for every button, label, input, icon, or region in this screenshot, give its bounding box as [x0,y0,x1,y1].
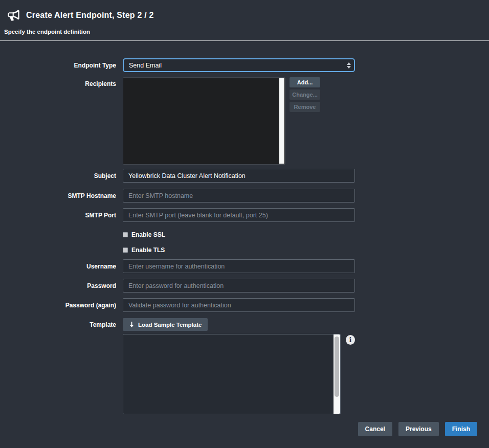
megaphone-icon [5,7,23,24]
password-again-input[interactable] [123,298,355,312]
template-header-row: Template Load Sample Template [0,318,489,331]
password-again-row: Password (again) [0,298,489,312]
endpoint-type-label: Endpoint Type [0,62,123,69]
template-label: Template [0,321,123,328]
username-label: Username [0,263,123,270]
password-label: Password [0,282,123,289]
template-textarea[interactable] [123,334,340,414]
endpoint-form: Endpoint Type Send Email Recipients Add.… [0,58,489,414]
add-recipient-button[interactable]: Add... [290,77,320,87]
template-scrollbar[interactable] [334,334,340,414]
subject-row: Subject [0,169,489,183]
enable-ssl-row: Enable SSL [0,231,489,238]
subject-label: Subject [0,172,123,180]
enable-ssl-checkbox[interactable] [123,232,128,237]
download-arrow-icon [129,322,135,328]
page-subtitle: Specify the endpoint definition [4,29,489,35]
enable-tls-label: Enable TLS [131,247,165,254]
subject-input[interactable] [123,169,355,183]
enable-tls-checkbox[interactable] [123,248,128,253]
info-icon[interactable]: i [346,335,355,345]
smtp-hostname-input[interactable] [123,189,355,203]
header-divider [0,40,489,41]
remove-recipient-button[interactable]: Remove [290,102,320,112]
recipients-label: Recipients [0,77,123,87]
recipients-listbox[interactable] [123,77,285,165]
dialog-header: Create Alert Endpoint, Step 2 / 2 [0,0,489,24]
smtp-hostname-row: SMTP Hostname [0,189,489,203]
change-recipient-button[interactable]: Change... [290,89,320,100]
template-textarea-frame [123,334,341,414]
password-again-label: Password (again) [0,302,123,309]
endpoint-type-row: Endpoint Type Send Email [0,58,489,72]
enable-ssl-label: Enable SSL [131,231,165,238]
enable-tls-row: Enable TLS [0,247,489,254]
previous-button[interactable]: Previous [398,422,439,436]
finish-button[interactable]: Finish [445,422,477,436]
load-sample-template-button[interactable]: Load Sample Template [123,318,208,331]
username-row: Username [0,259,489,273]
recipients-buttons: Add... Change... Remove [290,77,320,165]
smtp-port-label: SMTP Port [0,212,123,219]
username-input[interactable] [123,259,355,273]
cancel-button[interactable]: Cancel [358,422,392,436]
template-scrollbar-thumb[interactable] [335,337,339,397]
template-editor-row: i [0,334,489,414]
select-spinner-icon [347,62,351,69]
endpoint-type-value: Send Email [129,62,162,69]
dialog-footer: Cancel Previous Finish [358,422,477,436]
page-title: Create Alert Endpoint, Step 2 / 2 [26,11,154,20]
password-row: Password [0,279,489,293]
smtp-port-row: SMTP Port [0,208,489,222]
recipients-row: Recipients Add... Change... Remove [0,77,489,165]
recipients-scrollbar[interactable] [279,78,284,164]
endpoint-type-select[interactable]: Send Email [123,58,355,72]
smtp-port-input[interactable] [123,208,355,222]
smtp-hostname-label: SMTP Hostname [0,192,123,199]
password-input[interactable] [123,279,355,293]
